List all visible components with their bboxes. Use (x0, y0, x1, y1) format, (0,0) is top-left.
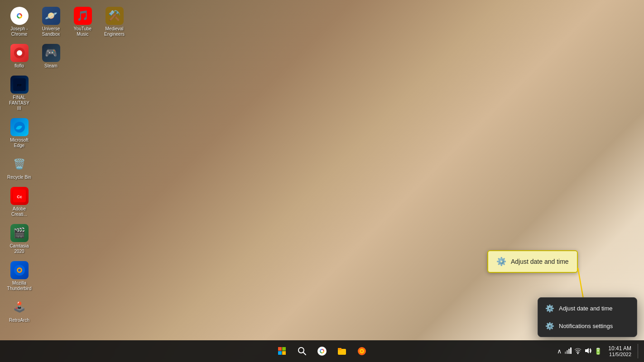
desktop-icon-recycle-bin[interactable]: 🗑️ Recycle Bin (5, 153, 34, 182)
chrome-label: Joseph - Chrome (7, 26, 32, 37)
taskbar-right: ∧ (557, 344, 640, 358)
icon-row-5: 🗑️ Recycle Bin (5, 153, 129, 182)
volume-icon (584, 347, 591, 354)
youtube-icon-img: 🎵 (74, 7, 92, 25)
retroarch-label: RetroArch (9, 318, 29, 323)
search-icon (298, 347, 307, 356)
youtube-label: YouTubeMusic (74, 26, 91, 37)
wifi-icon (574, 347, 582, 354)
desktop-icon-adobe[interactable]: Cc AdobeCreati... (5, 185, 34, 219)
desktop-icon-thunderbird[interactable]: MozillaThunderbird (5, 259, 34, 294)
icon-row-2: floflo 🎮 Steam (5, 42, 129, 71)
desktop-icons: Joseph - Chrome 🪐 UniverseSandbox 🎵 YouT… (0, 0, 134, 330)
notifications-label: Notifications settings (559, 323, 613, 329)
svg-text:Cc: Cc (17, 195, 22, 199)
desktop-icon-retroarch[interactable]: 🕹️ RetroArch (5, 296, 34, 325)
desktop-icon-final-fantasy[interactable]: FF FINALFANTASY III (5, 73, 34, 114)
tray-volume-icon[interactable] (584, 347, 591, 356)
context-menu-notifications[interactable]: ⚙️ Notifications settings (538, 317, 637, 335)
retroarch-icon-img: 🕹️ (10, 298, 29, 316)
svg-point-26 (361, 350, 363, 352)
desktop-icon-edge[interactable]: MicrosoftEdge (5, 116, 34, 151)
svg-rect-16 (278, 351, 282, 355)
windows-logo-icon (278, 347, 286, 355)
svg-point-1 (18, 14, 21, 17)
thunderbird-label: MozillaThunderbird (7, 281, 32, 291)
svg-rect-14 (278, 347, 282, 351)
universe-label: UniverseSandbox (42, 26, 60, 37)
notifications-icon: ⚙️ (545, 322, 554, 330)
desktop-icon-universe-sandbox[interactable]: 🪐 UniverseSandbox (36, 5, 66, 39)
clock[interactable]: 10:41 AM 11/5/2022 (606, 344, 634, 358)
floflo-icon-img (10, 44, 29, 62)
desktop-icon-camtasia[interactable]: 🎬 Camtasia2020 (5, 222, 34, 257)
icon-row-9: 🕹️ RetroArch (5, 296, 129, 325)
edge-label: MicrosoftEdge (10, 138, 29, 148)
icon-row-4: MicrosoftEdge (5, 116, 129, 151)
svg-rect-29 (568, 349, 570, 354)
context-menu-adjust-datetime[interactable]: ⚙️ Adjust date and time (538, 300, 637, 317)
floflo-label: floflo (14, 63, 24, 69)
tray-network-icon[interactable] (564, 347, 572, 356)
universe-icon-img: 🪐 (42, 7, 60, 25)
svg-rect-23 (338, 348, 341, 350)
svg-point-21 (321, 350, 323, 352)
tray-wifi-icon[interactable] (574, 347, 582, 356)
icon-row-3: FF FINALFANTASY III (5, 73, 129, 114)
taskbar-firefox[interactable] (353, 342, 371, 360)
system-tray: ∧ (557, 347, 602, 356)
taskbar-firefox-icon (357, 346, 367, 356)
adjust-datetime-icon: ⚙️ (545, 304, 554, 313)
desktop: Joseph - Chrome 🪐 UniverseSandbox 🎵 YouT… (0, 0, 644, 362)
recycle-icon-img: 🗑️ (10, 155, 29, 173)
icon-row-7: 🎬 Camtasia2020 (5, 222, 129, 257)
callout-gear-icon: ⚙️ (496, 257, 506, 267)
icon-row-8: MozillaThunderbird (5, 259, 129, 294)
desktop-icon-youtube-music[interactable]: 🎵 YouTubeMusic (68, 5, 97, 39)
camtasia-label: Camtasia2020 (10, 243, 29, 254)
desktop-icon-steam[interactable]: 🎮 Steam (36, 42, 66, 71)
taskbar-chrome-icon (317, 346, 327, 356)
steam-label: Steam (44, 63, 58, 69)
svg-line-19 (303, 352, 306, 355)
context-menu: ⚙️ Adjust date and time ⚙️ Notifications… (538, 297, 637, 337)
taskbar-explorer-icon (337, 346, 347, 356)
ff-icon-img: FF (10, 76, 29, 94)
svg-rect-17 (282, 351, 286, 355)
callout-text: Adjust date and time (511, 258, 569, 265)
steam-icon-img: 🎮 (42, 44, 60, 62)
chrome-icon-img (10, 7, 29, 25)
medieval-label: MedievalEngineers (104, 26, 125, 37)
taskbar: ∧ (0, 340, 644, 362)
svg-point-18 (298, 348, 304, 353)
svg-rect-15 (282, 347, 286, 351)
svg-point-31 (577, 352, 579, 354)
clock-time: 10:41 AM (608, 345, 631, 352)
camtasia-icon-img: 🎬 (10, 224, 29, 242)
icon-row-6: Cc AdobeCreati... (5, 185, 129, 219)
medieval-icon-img: ⚒️ (106, 7, 124, 25)
taskbar-chrome[interactable] (313, 342, 331, 360)
icon-row-1: Joseph - Chrome 🪐 UniverseSandbox 🎵 YouT… (5, 5, 129, 39)
thunderbird-icon-img (10, 261, 29, 279)
svg-point-11 (18, 269, 21, 272)
tray-battery-icon[interactable]: 🔋 (594, 348, 602, 355)
callout-box: ⚙️ Adjust date and time (487, 250, 578, 273)
search-button[interactable] (293, 342, 311, 360)
svg-text:FF: FF (17, 83, 22, 87)
desktop-icon-chrome[interactable]: Joseph - Chrome (5, 5, 34, 39)
svg-point-3 (17, 50, 22, 56)
taskbar-explorer[interactable] (333, 342, 351, 360)
tray-show-hidden[interactable]: ∧ (557, 348, 562, 355)
desktop-icon-medieval-engineers[interactable]: ⚒️ MedievalEngineers (100, 5, 129, 39)
ff-label: FINALFANTASY III (7, 95, 32, 111)
show-desktop-button[interactable] (638, 344, 640, 358)
clock-date: 11/5/2022 (608, 352, 631, 357)
svg-rect-30 (570, 348, 572, 354)
desktop-icon-floflo[interactable]: floflo (5, 42, 34, 71)
svg-rect-28 (567, 350, 568, 354)
taskbar-center (273, 342, 371, 360)
network-icon (564, 347, 572, 354)
recycle-label: Recycle Bin (7, 175, 31, 180)
start-button[interactable] (273, 342, 291, 360)
